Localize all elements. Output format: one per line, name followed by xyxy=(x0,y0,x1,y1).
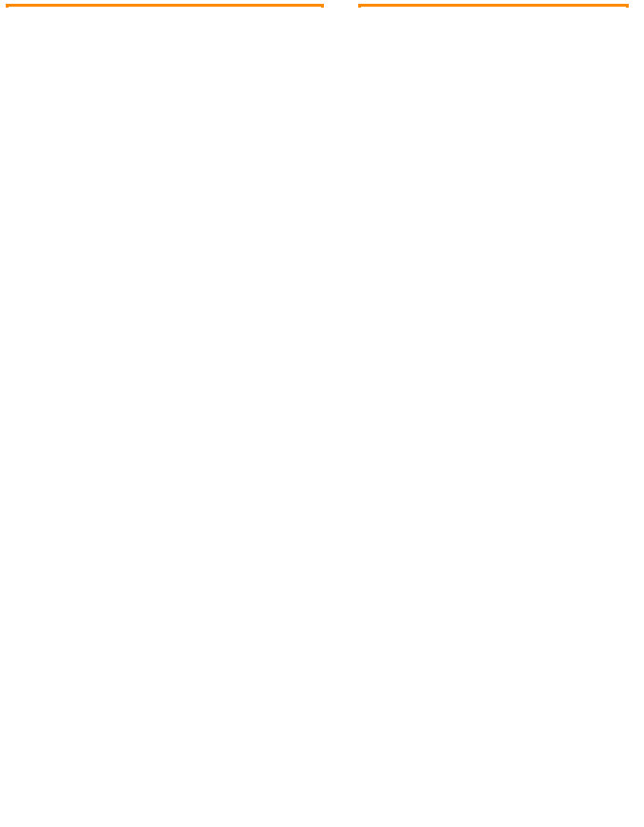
annonce-panel: Vendeur *Site WebModèle *Détails *Bleu, … xyxy=(358,4,629,8)
standard-fields-panel: Champ Titre Libellé du champ Titre * Cha… xyxy=(6,4,324,8)
